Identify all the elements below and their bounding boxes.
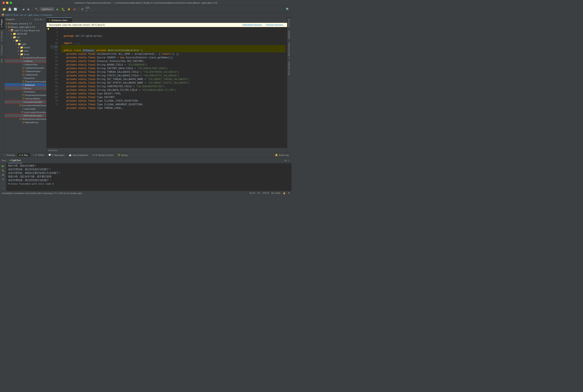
breadcrumb-sf[interactable]: sf xyxy=(25,14,26,16)
spring-tab[interactable]: 🌿 Spring xyxy=(116,153,130,157)
tree-item-methodproxy[interactable]: C MethodProxy xyxy=(5,121,46,124)
messages-tab[interactable]: 💬 0: Messages xyxy=(46,153,66,157)
minimize-panel-btn[interactable]: — xyxy=(287,159,290,162)
search-btn[interactable]: 🔍 xyxy=(285,7,290,12)
version-control-tab[interactable]: ⎇ 9: Version Control xyxy=(90,153,115,157)
tree-item-callbackgen[interactable]: C CallbackGenerator xyxy=(5,66,46,70)
tree-item-bridge[interactable]: C BridgeMethodResolver xyxy=(5,56,46,59)
tree-item-callbackhelper[interactable]: C CallbackHelper xyxy=(5,70,46,73)
gear-icon[interactable]: ⚙ xyxy=(40,18,42,21)
open-folder-btn[interactable]: 📁 xyxy=(2,7,7,12)
tree-item-ant[interactable]: ▶ M Maven: ant:ant:2.7.7 xyxy=(5,22,46,25)
locate-btn[interactable]: ◎ xyxy=(37,18,39,21)
soft-wrap-btn[interactable]: ↩ xyxy=(1,186,6,190)
run-tab[interactable]: ▶ 4: Run xyxy=(17,153,30,157)
tree-item-lazyloadergen[interactable]: C LazyLoaderGenerator xyxy=(5,110,46,114)
database-tab[interactable]: Database xyxy=(287,29,292,41)
interface-icon: I xyxy=(23,100,23,104)
tree-item-fixedvalue[interactable]: I FixedValue xyxy=(5,90,46,94)
code-editor[interactable]: 💡 5 6 7 8 50 51 52 57 58 59 60 61 62 63 … xyxy=(47,27,287,148)
vcs-btn[interactable]: Git: ✓ xyxy=(86,7,90,12)
settings-icon[interactable]: ⚙ xyxy=(284,159,287,162)
tree-item-callbackinfo[interactable]: C CallbackInfo xyxy=(5,73,46,76)
close-button[interactable] xyxy=(3,2,5,4)
tree-item-fixedvaluegen[interactable]: C FixedValueGenerator xyxy=(5,94,46,97)
choose-sources-link[interactable]: Choose Sources... xyxy=(266,24,285,26)
tree-item-beans[interactable]: ▶ 📁 beans xyxy=(5,46,46,49)
web-tab[interactable]: Web xyxy=(0,57,4,64)
tree-item-dispatcher[interactable]: I Dispatcher xyxy=(5,76,46,80)
download-sources-link[interactable]: Download Sources xyxy=(242,24,262,26)
breadcrumb-enhancer[interactable]: C Enhancer xyxy=(41,14,52,16)
back-btn[interactable]: ◀ xyxy=(21,7,26,12)
favorites-tab[interactable]: 2: Favorites xyxy=(0,29,4,43)
push-icon[interactable]: ⬆ xyxy=(288,192,290,194)
breadcrumb-cglib[interactable]: cglib xyxy=(28,14,32,16)
tree-item-sf[interactable]: ▼ 📁 sf xyxy=(5,39,46,42)
tab-close-btn[interactable]: × xyxy=(68,19,69,22)
code-line-6: package net.sf.cglib.proxy; xyxy=(61,34,285,38)
tree-item-invhandlergen[interactable]: C InvocationHandlerGenerator xyxy=(5,104,46,107)
tree-item-jar[interactable]: ▼ 📦 cglib-3.2.8.jar library root xyxy=(5,29,46,32)
minimize-button[interactable] xyxy=(6,2,9,4)
bean-validation-tab[interactable]: Bean Validation xyxy=(287,60,292,77)
cursor-position[interactable]: 51:14 xyxy=(249,192,255,194)
breadcrumb-net[interactable]: net xyxy=(20,14,23,16)
tree-item-factory[interactable]: I Factory xyxy=(5,86,46,90)
breadcrumb-proxy[interactable]: proxy xyxy=(34,14,39,16)
run-with-coverage-btn[interactable]: ⚡ xyxy=(66,7,71,12)
maven-projects-tab[interactable]: Maven Projects xyxy=(287,41,292,58)
build-btn[interactable]: 🔨 xyxy=(34,7,39,12)
tree-item-interfacemaker[interactable]: C InterfaceMaker xyxy=(5,97,46,100)
tree-item-core[interactable]: ▶ 📁 core xyxy=(5,49,46,52)
tree-item-enhancer[interactable]: C Enhancer xyxy=(5,83,46,86)
file-encoding[interactable]: UTF-8 xyxy=(262,192,269,194)
code-line-62: private static final String STATIC_CALLB… xyxy=(61,74,285,78)
sidebar-actions[interactable]: ⊟ ◎ ⚙ — xyxy=(34,18,45,21)
tree-item-lazyloader[interactable]: I LazyLoader xyxy=(5,107,46,110)
run-config-selector[interactable]: CglibTest ▾ xyxy=(40,7,54,11)
tree-item-metainf[interactable]: ▶ 📁 META-INF xyxy=(5,32,46,36)
tree-item-invocationhandler[interactable]: I InvocationHandler xyxy=(5,100,46,104)
todo-tab[interactable]: ✓ 6: TODO xyxy=(31,153,46,157)
vcs-branch[interactable]: Git: study xyxy=(271,192,280,194)
debug-btn[interactable]: 🐛 xyxy=(61,7,66,12)
code-line-58: private static final Enhancer.EnhancerKe… xyxy=(61,60,285,63)
tree-item-callbackfilter[interactable]: I CallbackFilter xyxy=(5,63,46,66)
tree-item-cglib[interactable]: ▼ 📁 cglib xyxy=(5,42,46,46)
event-log-tab[interactable]: 🔔 Event Log xyxy=(273,153,291,157)
stop-btn[interactable]: ■ xyxy=(72,7,77,12)
event-log-area: 🔔 Event Log xyxy=(273,153,291,157)
tab-enhancer-class[interactable]: C Enhancer.class × xyxy=(47,18,72,23)
stop-run-btn[interactable]: ■ xyxy=(1,173,6,176)
maximize-button[interactable] xyxy=(10,2,12,4)
collapse-all-btn[interactable]: ⊟ xyxy=(34,18,36,21)
tree-item-methodinterceptorgen[interactable]: C MethodInterceptorGenerator xyxy=(5,117,46,121)
tree-item-cglib-maven[interactable]: ▼ M Maven: cglib:cglib:3.2.8 xyxy=(5,25,46,29)
settings-btn[interactable]: ⚙ xyxy=(80,7,85,12)
window-controls[interactable] xyxy=(3,2,12,4)
pause-btn[interactable]: ⏸ xyxy=(1,178,6,181)
structure-tab[interactable]: Z: Structure xyxy=(0,43,4,57)
java-enterprise-tab[interactable]: ☕ Java Enterprise xyxy=(67,153,90,157)
save-btn[interactable]: 💾 xyxy=(7,7,12,12)
terminal-tab[interactable]: ⬛ Terminal xyxy=(1,153,17,157)
sync-btn[interactable]: 🔄 xyxy=(13,7,18,12)
tree-item-proxy[interactable]: ▼ 📁 proxy xyxy=(5,52,46,56)
tree-item-dispgen[interactable]: C DispatcherGenerator xyxy=(5,80,46,83)
tree-item-net[interactable]: ▼ 📁 net xyxy=(5,36,46,39)
run-panel-cglib-tab[interactable]: ▶ CglibTest xyxy=(8,158,22,163)
project-tab[interactable]: 1: Project xyxy=(0,17,4,29)
ant-build-tab[interactable]: Ant Build xyxy=(287,17,292,29)
code-content[interactable]: /.../ package net.sf.cglib.proxy; import… xyxy=(59,27,287,148)
run-btn[interactable]: ▶ xyxy=(55,7,60,12)
line-separator[interactable]: LF xyxy=(257,192,260,194)
scroll-end-btn[interactable]: ↓ xyxy=(1,182,6,186)
sidebar-close-btn[interactable]: — xyxy=(42,18,45,21)
debug-rerun-btn[interactable]: 🐛 xyxy=(1,168,6,172)
forward-btn[interactable]: ▶ xyxy=(26,7,31,12)
breadcrumb-jar[interactable]: 📦 cglib-3.2.8.jar xyxy=(2,14,18,16)
tree-item-methodinterceptor[interactable]: I MethodInterceptor xyxy=(5,114,46,117)
rerun-btn[interactable]: ▶ xyxy=(1,164,6,168)
tree-item-callback[interactable]: I Callback xyxy=(5,59,46,63)
